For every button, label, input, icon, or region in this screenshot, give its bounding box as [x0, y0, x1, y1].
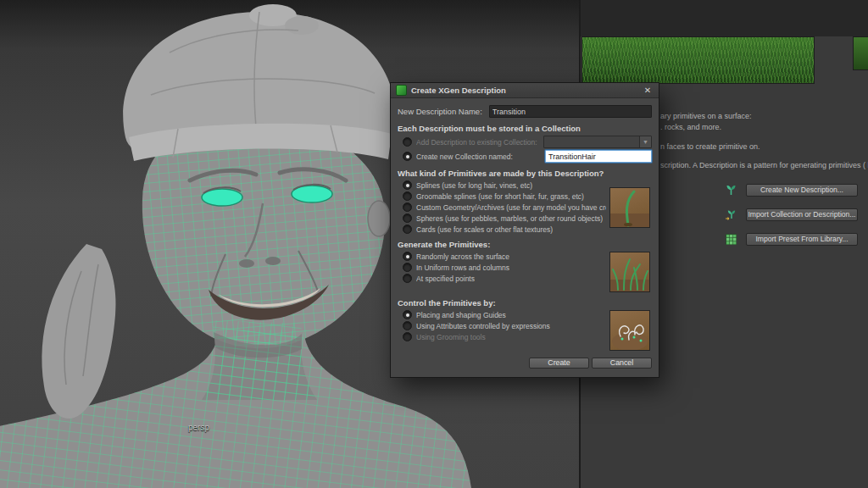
dialog-title: Create XGen Description — [411, 86, 642, 95]
import-collection-button[interactable]: Import Collection or Description... — [746, 208, 858, 221]
radio-button-icon — [403, 137, 412, 147]
control-section: Placing and shaping Guides Using Attribu… — [398, 310, 652, 351]
radio-button-icon[interactable] — [403, 180, 412, 190]
preset-library-icon — [725, 233, 737, 246]
new-description-name-input[interactable] — [489, 105, 652, 118]
panel-description-text: n faces to create primitive on. — [660, 142, 760, 151]
radio-row-uniform[interactable]: In Uniform rows and columns — [403, 263, 606, 272]
close-icon[interactable]: ✕ — [642, 85, 654, 97]
radio-row-spheres[interactable]: Spheres (use for pebbles, marbles, or ot… — [403, 214, 606, 223]
chevron-down-icon: ▼ — [639, 136, 651, 147]
xgen-icon — [396, 85, 407, 96]
import-collection-icon — [725, 208, 737, 221]
radio-row-specified-points[interactable]: At specified points — [403, 274, 606, 283]
radio-button-icon[interactable] — [403, 191, 412, 201]
radio-row-create-new-collection[interactable]: Create new Collection named: — [403, 150, 652, 163]
generate-section: Randomly across the surface In Uniform r… — [398, 252, 652, 292]
grass-preview-image — [581, 36, 815, 84]
radio-row-custom-geometry[interactable]: Custom Geometry/Archives (use for any mo… — [403, 202, 606, 212]
generate-heading: Generate the Primitives: — [398, 240, 652, 249]
radio-button-icon[interactable] — [403, 152, 412, 161]
panel-top-strip — [581, 0, 868, 36]
radio-row-expressions[interactable]: Using Attributes controlled by expressio… — [403, 321, 606, 330]
radio-button-icon[interactable] — [403, 321, 412, 330]
cancel-button[interactable]: Cancel — [592, 358, 652, 369]
radio-button-icon[interactable] — [403, 263, 412, 272]
generate-preview-image — [609, 252, 650, 292]
create-new-description-button[interactable]: Create New Description... — [746, 184, 858, 197]
new-description-icon — [725, 184, 737, 197]
existing-collection-dropdown: ▼ — [543, 136, 652, 148]
primitives-section: Splines (use for long hair, vines, etc) … — [398, 180, 652, 234]
control-preview-image — [609, 310, 650, 351]
control-heading: Control the Primitives by: — [398, 298, 652, 308]
new-description-name-label: New Description Name: — [398, 107, 482, 116]
radio-row-randomly[interactable]: Randomly across the surface — [403, 252, 606, 261]
radio-button-icon — [403, 332, 412, 341]
grass-preview-image-edge — [853, 36, 868, 70]
radio-button-icon[interactable] — [403, 310, 412, 319]
radio-row-splines[interactable]: Splines (use for long hair, vines, etc) — [403, 180, 606, 190]
radio-row-guides[interactable]: Placing and shaping Guides — [403, 310, 606, 319]
radio-row-groomable-splines[interactable]: Groomable splines (use for short hair, f… — [403, 191, 606, 201]
radio-row-grooming-tools: Using Grooming tools — [403, 332, 606, 341]
radio-button-icon[interactable] — [403, 202, 412, 212]
panel-description-text: ary primitives on a surface: — [660, 112, 752, 120]
new-collection-name-input[interactable] — [545, 150, 652, 163]
create-xgen-description-dialog: Create XGen Description ✕ New Descriptio… — [390, 82, 659, 378]
panel-description-text: scription. A Description is a pattern fo… — [660, 161, 868, 169]
radio-button-icon[interactable] — [403, 225, 412, 234]
radio-button-icon[interactable] — [403, 214, 412, 223]
import-preset-button[interactable]: Import Preset From Library... — [746, 233, 858, 246]
primitives-heading: What kind of Primitives are made by this… — [398, 169, 652, 178]
radio-button-icon[interactable] — [403, 252, 412, 261]
radio-row-cards[interactable]: Cards (use for scales or other flat text… — [403, 225, 606, 234]
camera-label: persp — [188, 423, 209, 432]
maya-window: persp ary primitives on a surface: . roc… — [0, 0, 868, 488]
radio-button-icon[interactable] — [403, 274, 412, 283]
collection-heading: Each Description must be stored in a Col… — [398, 124, 652, 133]
create-button[interactable]: Create — [529, 358, 589, 369]
radio-row-add-existing-collection: Add Description to existing Collection: … — [403, 136, 652, 148]
splines-preview-image — [609, 187, 650, 228]
dialog-titlebar[interactable]: Create XGen Description ✕ — [391, 83, 659, 98]
panel-description-text: . rocks, and more. — [660, 123, 721, 131]
